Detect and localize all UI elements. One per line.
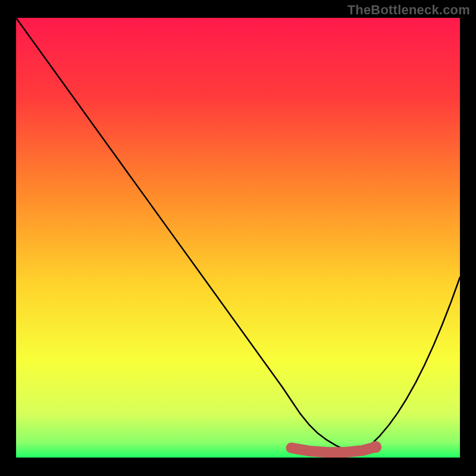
gradient-background	[16, 18, 460, 458]
bottleneck-chart	[0, 0, 476, 476]
optimal-marker	[292, 447, 376, 452]
optimal-marker-end-dot	[369, 441, 381, 453]
watermark-text: TheBottleneck.com	[347, 2, 470, 18]
chart-container: TheBottleneck.com	[0, 0, 476, 476]
